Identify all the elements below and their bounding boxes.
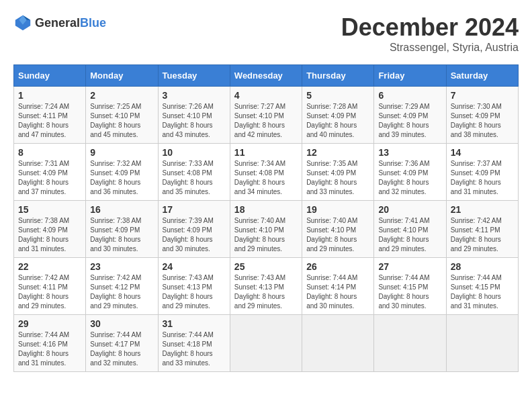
day-number: 16: [90, 204, 153, 215]
calendar-week-5: 29Sunrise: 7:44 AMSunset: 4:16 PMDayligh…: [14, 315, 519, 372]
day-number: 21: [451, 204, 514, 215]
day-number: 7: [451, 90, 514, 101]
calendar-cell: 22Sunrise: 7:42 AMSunset: 4:11 PMDayligh…: [14, 258, 86, 315]
day-number: 3: [163, 90, 226, 101]
calendar-cell: 12Sunrise: 7:35 AMSunset: 4:09 PMDayligh…: [302, 144, 374, 201]
day-number: 13: [378, 147, 441, 158]
calendar-cell: 14Sunrise: 7:37 AMSunset: 4:09 PMDayligh…: [446, 144, 518, 201]
calendar-cell: 23Sunrise: 7:42 AMSunset: 4:12 PMDayligh…: [86, 258, 158, 315]
calendar-table: SundayMondayTuesdayWednesdayThursdayFrid…: [13, 64, 519, 372]
day-header-saturday: Saturday: [446, 65, 518, 87]
calendar-cell: 9Sunrise: 7:32 AMSunset: 4:09 PMDaylight…: [86, 144, 158, 201]
day-info: Sunrise: 7:40 AMSunset: 4:10 PMDaylight:…: [234, 216, 298, 254]
day-info: Sunrise: 7:33 AMSunset: 4:08 PMDaylight:…: [163, 159, 226, 197]
day-number: 23: [90, 261, 153, 272]
day-info: Sunrise: 7:36 AMSunset: 4:09 PMDaylight:…: [378, 159, 441, 197]
day-number: 4: [234, 90, 298, 101]
calendar-cell: 31Sunrise: 7:44 AMSunset: 4:18 PMDayligh…: [158, 315, 230, 372]
day-number: 1: [18, 90, 81, 101]
day-info: Sunrise: 7:30 AMSunset: 4:09 PMDaylight:…: [451, 102, 514, 140]
calendar-cell: 13Sunrise: 7:36 AMSunset: 4:09 PMDayligh…: [374, 144, 446, 201]
calendar-cell: 24Sunrise: 7:43 AMSunset: 4:13 PMDayligh…: [158, 258, 230, 315]
day-info: Sunrise: 7:43 AMSunset: 4:13 PMDaylight:…: [234, 273, 298, 311]
calendar-cell: 21Sunrise: 7:42 AMSunset: 4:11 PMDayligh…: [446, 201, 518, 258]
day-info: Sunrise: 7:32 AMSunset: 4:09 PMDaylight:…: [90, 159, 153, 197]
day-info: Sunrise: 7:34 AMSunset: 4:08 PMDaylight:…: [234, 159, 298, 197]
day-info: Sunrise: 7:35 AMSunset: 4:09 PMDaylight:…: [306, 159, 369, 197]
day-number: 27: [378, 261, 441, 272]
calendar-cell: 6Sunrise: 7:29 AMSunset: 4:09 PMDaylight…: [374, 87, 446, 144]
calendar-cell: 19Sunrise: 7:40 AMSunset: 4:10 PMDayligh…: [302, 201, 374, 258]
calendar-cell: 11Sunrise: 7:34 AMSunset: 4:08 PMDayligh…: [230, 144, 302, 201]
day-number: 15: [18, 204, 81, 215]
day-number: 31: [163, 318, 226, 329]
day-info: Sunrise: 7:44 AMSunset: 4:18 PMDaylight:…: [163, 330, 226, 368]
day-number: 5: [306, 90, 369, 101]
location-title: Strassengel, Styria, Austria: [341, 42, 519, 54]
day-info: Sunrise: 7:39 AMSunset: 4:09 PMDaylight:…: [163, 216, 226, 254]
logo-icon: [13, 13, 32, 32]
day-info: Sunrise: 7:25 AMSunset: 4:10 PMDaylight:…: [90, 102, 153, 140]
day-number: 18: [234, 204, 298, 215]
calendar-cell: 26Sunrise: 7:44 AMSunset: 4:14 PMDayligh…: [302, 258, 374, 315]
day-info: Sunrise: 7:42 AMSunset: 4:12 PMDaylight:…: [90, 273, 153, 311]
day-number: 30: [90, 318, 153, 329]
calendar-week-1: 1Sunrise: 7:24 AMSunset: 4:11 PMDaylight…: [14, 87, 519, 144]
day-info: Sunrise: 7:24 AMSunset: 4:11 PMDaylight:…: [18, 102, 81, 140]
day-info: Sunrise: 7:27 AMSunset: 4:10 PMDaylight:…: [234, 102, 298, 140]
day-number: 26: [306, 261, 369, 272]
day-info: Sunrise: 7:44 AMSunset: 4:14 PMDaylight:…: [306, 273, 369, 311]
day-number: 6: [378, 90, 441, 101]
day-info: Sunrise: 7:31 AMSunset: 4:09 PMDaylight:…: [18, 159, 81, 197]
day-info: Sunrise: 7:42 AMSunset: 4:11 PMDaylight:…: [18, 273, 81, 311]
day-info: Sunrise: 7:43 AMSunset: 4:13 PMDaylight:…: [163, 273, 226, 311]
calendar-cell: 29Sunrise: 7:44 AMSunset: 4:16 PMDayligh…: [14, 315, 86, 372]
calendar-cell: 10Sunrise: 7:33 AMSunset: 4:08 PMDayligh…: [158, 144, 230, 201]
title-area: December 2024 Strassengel, Styria, Austr…: [341, 13, 519, 54]
day-number: 12: [306, 147, 369, 158]
day-number: 19: [306, 204, 369, 215]
day-info: Sunrise: 7:44 AMSunset: 4:15 PMDaylight:…: [378, 273, 441, 311]
day-info: Sunrise: 7:42 AMSunset: 4:11 PMDaylight:…: [451, 216, 514, 254]
calendar-cell: 15Sunrise: 7:38 AMSunset: 4:09 PMDayligh…: [14, 201, 86, 258]
day-info: Sunrise: 7:38 AMSunset: 4:09 PMDaylight:…: [90, 216, 153, 254]
day-number: 29: [18, 318, 81, 329]
day-number: 9: [90, 147, 153, 158]
calendar-cell: [302, 315, 374, 372]
day-header-monday: Monday: [86, 65, 158, 87]
day-header-wednesday: Wednesday: [230, 65, 302, 87]
calendar-cell: 17Sunrise: 7:39 AMSunset: 4:09 PMDayligh…: [158, 201, 230, 258]
calendar-cell: 27Sunrise: 7:44 AMSunset: 4:15 PMDayligh…: [374, 258, 446, 315]
calendar-cell: 25Sunrise: 7:43 AMSunset: 4:13 PMDayligh…: [230, 258, 302, 315]
calendar-week-2: 8Sunrise: 7:31 AMSunset: 4:09 PMDaylight…: [14, 144, 519, 201]
day-header-sunday: Sunday: [14, 65, 86, 87]
day-number: 17: [163, 204, 226, 215]
day-header-thursday: Thursday: [302, 65, 374, 87]
day-info: Sunrise: 7:41 AMSunset: 4:10 PMDaylight:…: [378, 216, 441, 254]
day-info: Sunrise: 7:29 AMSunset: 4:09 PMDaylight:…: [378, 102, 441, 140]
calendar-cell: 4Sunrise: 7:27 AMSunset: 4:10 PMDaylight…: [230, 87, 302, 144]
day-info: Sunrise: 7:40 AMSunset: 4:10 PMDaylight:…: [306, 216, 369, 254]
day-number: 20: [378, 204, 441, 215]
day-info: Sunrise: 7:26 AMSunset: 4:10 PMDaylight:…: [163, 102, 226, 140]
day-info: Sunrise: 7:38 AMSunset: 4:09 PMDaylight:…: [18, 216, 81, 254]
day-header-tuesday: Tuesday: [158, 65, 230, 87]
calendar-cell: [374, 315, 446, 372]
calendar-cell: 28Sunrise: 7:44 AMSunset: 4:15 PMDayligh…: [446, 258, 518, 315]
day-number: 28: [451, 261, 514, 272]
day-number: 11: [234, 147, 298, 158]
calendar-cell: 8Sunrise: 7:31 AMSunset: 4:09 PMDaylight…: [14, 144, 86, 201]
day-number: 25: [234, 261, 298, 272]
day-info: Sunrise: 7:28 AMSunset: 4:09 PMDaylight:…: [306, 102, 369, 140]
calendar-cell: 7Sunrise: 7:30 AMSunset: 4:09 PMDaylight…: [446, 87, 518, 144]
calendar-cell: 16Sunrise: 7:38 AMSunset: 4:09 PMDayligh…: [86, 201, 158, 258]
calendar-cell: 18Sunrise: 7:40 AMSunset: 4:10 PMDayligh…: [230, 201, 302, 258]
day-number: 22: [18, 261, 81, 272]
calendar-week-3: 15Sunrise: 7:38 AMSunset: 4:09 PMDayligh…: [14, 201, 519, 258]
calendar-cell: 30Sunrise: 7:44 AMSunset: 4:17 PMDayligh…: [86, 315, 158, 372]
day-number: 2: [90, 90, 153, 101]
day-number: 14: [451, 147, 514, 158]
calendar-cell: 1Sunrise: 7:24 AMSunset: 4:11 PMDaylight…: [14, 87, 86, 144]
calendar-week-4: 22Sunrise: 7:42 AMSunset: 4:11 PMDayligh…: [14, 258, 519, 315]
day-number: 10: [163, 147, 226, 158]
